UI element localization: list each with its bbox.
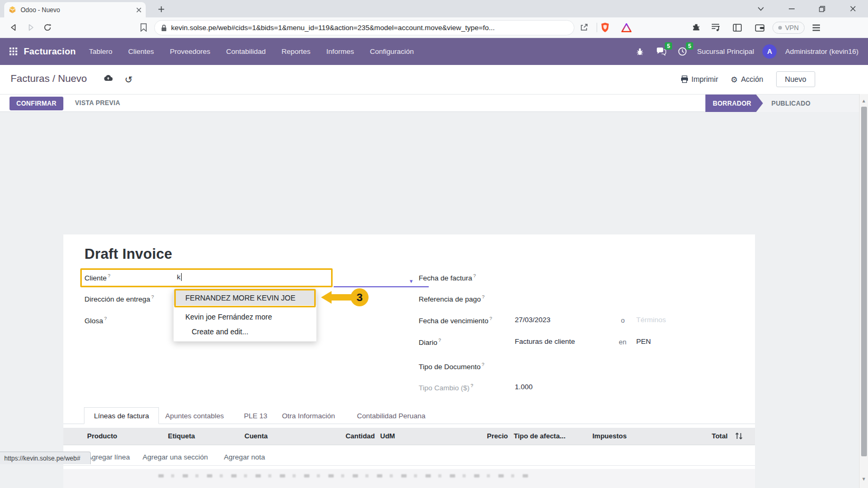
menu-informes[interactable]: Informes [318, 43, 362, 60]
activities-badge: 5 [686, 42, 693, 50]
tab-lineas-factura[interactable]: Líneas de factura [84, 407, 159, 424]
forward-button[interactable] [22, 19, 39, 36]
brave-shield-icon[interactable] [597, 19, 614, 36]
restore-button[interactable] [807, 0, 837, 17]
vpn-button[interactable]: VPN [772, 22, 805, 34]
cliente-input-underline [334, 286, 429, 287]
activities-clock-icon[interactable]: 5 [676, 45, 688, 58]
col-producto[interactable]: Producto [87, 432, 117, 440]
tab-otra-informacion[interactable]: Otra Información [282, 407, 335, 424]
page-scrollbar[interactable]: ▲ ▼ [859, 94, 868, 488]
save-cloud-icon[interactable] [103, 74, 113, 81]
menu-icon[interactable] [808, 19, 825, 36]
add-note-link[interactable]: Agregar nota [224, 453, 265, 461]
wallet-icon[interactable] [751, 19, 768, 36]
new-tab-button[interactable] [154, 2, 168, 16]
col-total[interactable]: Total [686, 432, 728, 440]
add-line-link[interactable]: Agregar línea [87, 453, 130, 461]
tab-title: Odoo - Nuevo [21, 6, 132, 14]
text-cursor [181, 273, 182, 281]
browser-window: Odoo - Nuevo [0, 0, 868, 488]
tab-close-icon[interactable] [136, 7, 141, 13]
fecha-vencimiento-or: o [621, 316, 625, 324]
tab-contabilidad-peruana[interactable]: Contabilidad Peruana [357, 407, 426, 424]
apps-grid-icon[interactable] [10, 48, 17, 55]
tipo-documento-label: Tipo de Documento? [419, 362, 484, 371]
url-bar[interactable]: kevin.solse.pe/web#cids=1&bids=1&menu_id… [154, 20, 574, 35]
minimize-button[interactable] [776, 0, 807, 17]
col-tipo-afectacion[interactable]: Tipo de afecta... [514, 432, 565, 440]
status-draft[interactable]: BORRADOR [705, 95, 763, 112]
invoice-form-card: Draft Invoice Cliente? k ▾ Dirección de … [63, 234, 755, 488]
share-icon[interactable] [575, 19, 592, 36]
action-button[interactable]: ⚙ Acción [731, 75, 763, 83]
tab-apuntes-contables[interactable]: Apuntes contables [165, 407, 224, 424]
referencia-pago-label: Referencia de pago? [419, 294, 485, 303]
col-etiqueta[interactable]: Etiqueta [168, 432, 195, 440]
dropdown-highlight-box [174, 289, 316, 307]
browser-toolbar: kevin.solse.pe/web#cids=1&bids=1&menu_id… [0, 17, 868, 38]
user-avatar[interactable]: A [762, 44, 777, 59]
playlist-icon[interactable] [707, 19, 724, 36]
menu-reportes[interactable]: Reportes [273, 43, 318, 60]
dropdown-option-2[interactable]: Kevin joe Fernández more [174, 309, 316, 324]
brave-rewards-icon[interactable] [618, 19, 635, 36]
extensions-icon[interactable] [688, 19, 705, 36]
col-impuestos[interactable]: Impuestos [592, 432, 627, 440]
col-udm[interactable]: UdM [380, 432, 395, 440]
scrollbar-thumb[interactable] [861, 107, 867, 456]
url-text: kevin.solse.pe/web#cids=1&bids=1&menu_id… [171, 24, 495, 32]
glosa-label: Glosa? [84, 316, 107, 325]
confirm-button[interactable]: CONFIRMAR [10, 97, 63, 110]
line-actions-row: Agregar línea Agregar una sección Agrega… [63, 450, 755, 466]
discard-undo-icon[interactable]: ↺ [125, 74, 133, 86]
optional-columns-icon[interactable] [735, 432, 743, 440]
menu-proveedores[interactable]: Proveedores [162, 43, 219, 60]
sidebar-icon[interactable] [729, 19, 746, 36]
diario-value[interactable]: Facturas de cliente [515, 337, 575, 345]
print-button[interactable]: Imprimir [681, 75, 719, 83]
invoice-lines-header: Producto Etiqueta Cuenta Cantidad UdM Pr… [63, 428, 755, 445]
add-section-link[interactable]: Agregar una sección [143, 453, 208, 461]
company-selector[interactable]: Sucursal Principal [697, 48, 754, 55]
col-precio[interactable]: Precio [475, 432, 508, 440]
tab-search-icon[interactable] [746, 0, 776, 17]
messages-icon[interactable]: 5 [655, 45, 667, 58]
control-panel: Facturas / Nuevo ↺ Imprimir ⚙ Acción Nue… [0, 65, 868, 94]
back-button[interactable] [5, 19, 22, 36]
breadcrumb[interactable]: Facturas / Nuevo [11, 73, 87, 85]
bookmark-icon[interactable] [135, 19, 152, 36]
preview-button[interactable]: VISTA PREVIA [75, 99, 120, 107]
diario-en: en [619, 338, 626, 346]
menu-clientes[interactable]: Clientes [120, 43, 162, 60]
annotation-step-badge: 3 [351, 288, 369, 306]
tab-ple-13[interactable]: PLE 13 [244, 407, 267, 424]
col-cuenta[interactable]: Cuenta [244, 432, 268, 440]
app-name[interactable]: Facturacion [24, 46, 76, 57]
reload-button[interactable] [39, 19, 56, 36]
col-cantidad[interactable]: Cantidad [341, 432, 375, 440]
cliente-input[interactable]: k [177, 273, 182, 281]
menu-configuracion[interactable]: Configuración [362, 43, 422, 60]
odoo-navbar: Facturacion Tablero Clientes Proveedores… [0, 38, 868, 65]
fecha-factura-label: Fecha de factura? [419, 273, 476, 282]
dropdown-create-edit[interactable]: Create and edit... [174, 324, 316, 339]
terminos-placeholder[interactable]: Términos [636, 316, 666, 324]
debug-bug-icon[interactable] [634, 45, 646, 58]
status-posted[interactable]: PUBLICADO [771, 100, 810, 107]
menu-contabilidad[interactable]: Contabilidad [218, 43, 273, 60]
vpn-status-dot [778, 26, 782, 30]
new-button[interactable]: Nuevo [776, 71, 815, 87]
vpn-label: VPN [785, 24, 799, 32]
menu-tablero[interactable]: Tablero [81, 43, 120, 60]
diario-currency[interactable]: PEN [636, 337, 651, 345]
scroll-down-icon[interactable]: ▼ [860, 476, 868, 482]
close-button[interactable] [837, 0, 868, 17]
gear-icon: ⚙ [731, 76, 738, 83]
cliente-dropdown-caret-icon[interactable]: ▾ [410, 278, 413, 285]
browser-tab[interactable]: Odoo - Nuevo [4, 2, 146, 17]
cliente-highlight-box [80, 268, 333, 287]
user-menu[interactable]: Administrator (kevin16) [785, 48, 858, 55]
scroll-up-icon[interactable]: ▲ [860, 98, 868, 104]
fecha-vencimiento-value[interactable]: 27/03/2023 [515, 316, 551, 324]
